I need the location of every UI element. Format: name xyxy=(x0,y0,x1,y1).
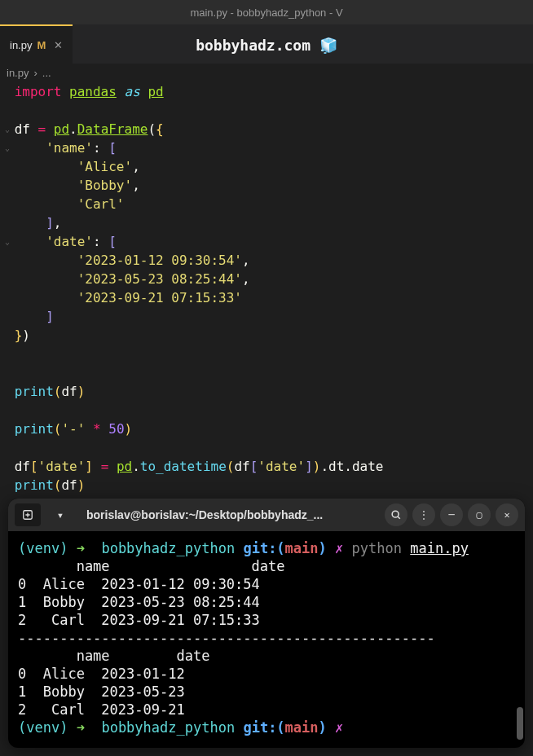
terminal-menu-button[interactable]: ⋮ xyxy=(412,503,435,526)
chevron-right-icon: › xyxy=(33,67,37,79)
code-line: 'Alice', xyxy=(7,157,526,176)
terminal-search-button[interactable] xyxy=(385,503,407,526)
terminal-window: ▾ borislav@borislav:~/Desktop/bobbyhadz_… xyxy=(8,499,525,748)
code-line xyxy=(7,363,526,382)
minimize-button[interactable]: ─ xyxy=(440,503,463,526)
code-line: print(df) xyxy=(7,382,526,401)
code-line: ⌄ 'name': [ xyxy=(7,138,526,157)
terminal-body[interactable]: (venv) ➜ bobbyhadz_python git:(main) ✗ p… xyxy=(8,531,525,748)
maximize-button[interactable]: ▢ xyxy=(468,503,491,526)
code-line: 'Carl' xyxy=(7,195,526,213)
title-bar: main.py - bobbyhadz_python - V xyxy=(0,0,533,24)
code-line: print(df) xyxy=(7,476,526,494)
code-line: print('-' * 50) xyxy=(7,420,526,438)
close-button[interactable]: ✕ xyxy=(496,503,518,526)
code-line xyxy=(7,438,526,457)
code-line: ], xyxy=(7,213,526,232)
code-line: '2023-05-23 08:25:44', xyxy=(7,270,526,288)
chevron-down-icon[interactable]: ⌄ xyxy=(5,232,10,251)
code-line xyxy=(7,401,526,420)
code-line: ⌄ df = pd.DataFrame({ xyxy=(7,120,526,138)
watermark: bobbyhadz.com 🧊 xyxy=(0,37,533,54)
code-line: ⌄ 'date': [ xyxy=(7,232,526,251)
tab-dropdown-button[interactable]: ▾ xyxy=(47,503,73,526)
code-line: '2023-01-12 09:30:54', xyxy=(7,251,526,270)
code-line: 'Bobby', xyxy=(7,176,526,195)
svg-point-1 xyxy=(392,511,399,517)
breadcrumb[interactable]: in.py › ... xyxy=(0,64,533,82)
chevron-down-icon[interactable]: ⌄ xyxy=(5,138,10,157)
minimize-icon: ─ xyxy=(448,509,454,521)
plus-box-icon xyxy=(22,509,33,521)
code-line: import pandas as pd xyxy=(7,82,526,101)
kebab-icon: ⋮ xyxy=(419,509,429,521)
new-tab-button[interactable] xyxy=(15,503,41,526)
code-line: }) xyxy=(7,326,526,345)
breadcrumb-rest: ... xyxy=(42,67,51,79)
chevron-down-icon: ▾ xyxy=(57,508,64,521)
chevron-down-icon[interactable]: ⌄ xyxy=(5,120,10,138)
terminal-scrollbar[interactable] xyxy=(517,707,523,740)
close-icon: ✕ xyxy=(504,509,509,521)
maximize-icon: ▢ xyxy=(476,509,482,521)
cube-icon: 🧊 xyxy=(319,37,337,54)
breadcrumb-file: in.py xyxy=(7,67,29,79)
code-line: ] xyxy=(7,307,526,326)
search-icon xyxy=(390,509,402,521)
code-line xyxy=(7,345,526,363)
terminal-header: ▾ borislav@borislav:~/Desktop/bobbyhadz_… xyxy=(8,499,525,531)
code-line: '2023-09-21 07:15:33' xyxy=(7,288,526,307)
code-line: df['date'] = pd.to_datetime(df['date']).… xyxy=(7,457,526,476)
window-title: main.py - bobbyhadz_python - V xyxy=(190,7,342,19)
terminal-title: borislav@borislav:~/Desktop/bobbyhadz_..… xyxy=(80,508,378,521)
code-editor[interactable]: import pandas as pd ⌄ df = pd.DataFrame(… xyxy=(0,82,533,494)
code-line xyxy=(7,101,526,120)
